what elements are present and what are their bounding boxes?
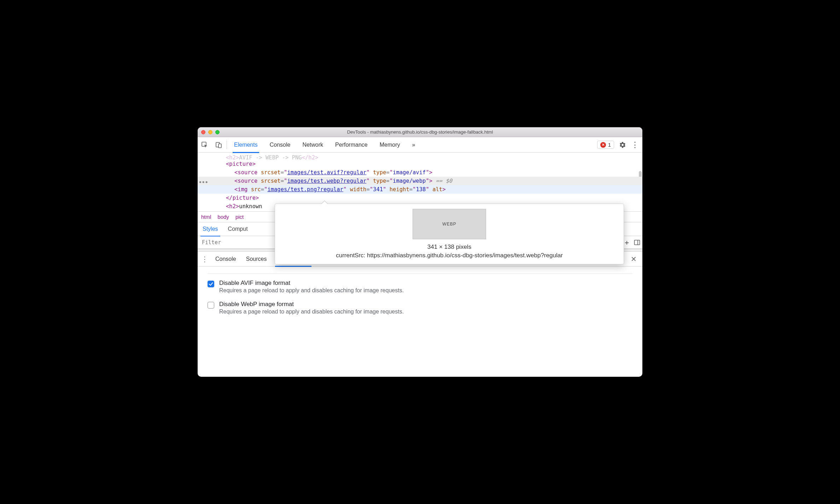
drawer-tab-sources[interactable]: Sources <box>241 252 272 266</box>
svg-rect-3 <box>635 240 640 245</box>
styles-filter-input[interactable] <box>200 238 270 247</box>
dom-row-img[interactable]: <img src="images/test.png?regular" width… <box>198 185 642 194</box>
image-thumb-label: WEBP <box>442 222 456 227</box>
device-toolbar-icon[interactable] <box>212 141 226 148</box>
main-toolbar: Elements Console Network Performance Mem… <box>198 137 642 153</box>
toggle-sidebar-icon[interactable] <box>634 239 640 246</box>
crumb-html[interactable]: html <box>201 214 211 220</box>
tab-overflow[interactable]: » <box>410 137 416 153</box>
image-current-src: currentSrc: https://mathiasbynens.github… <box>282 252 617 259</box>
option-disable-webp-label: Disable WebP image format <box>219 301 404 308</box>
tab-elements[interactable]: Elements <box>233 137 259 153</box>
error-icon: ✕ <box>600 142 606 148</box>
window-title: DevTools - mathiasbynens.github.io/css-d… <box>198 129 642 135</box>
dom-row-source1[interactable]: <source srcset="images/test.avif?regular… <box>198 168 642 177</box>
crumb-body[interactable]: body <box>217 214 229 220</box>
checkbox-disable-avif[interactable] <box>208 281 214 287</box>
option-disable-avif-sub: Requires a page reload to apply and disa… <box>219 287 404 294</box>
image-thumb: WEBP <box>413 209 486 239</box>
image-preview-tooltip: WEBP 341 × 138 pixels currentSrc: https:… <box>275 204 624 264</box>
option-disable-webp: Disable WebP image format Requires a pag… <box>208 297 632 318</box>
option-disable-avif-label: Disable AVIF image format <box>219 280 404 287</box>
tab-memory[interactable]: Memory <box>378 137 402 153</box>
tab-network[interactable]: Network <box>301 137 325 153</box>
drawer-close-icon[interactable]: ✕ <box>626 255 641 263</box>
dom-row-source2[interactable]: ••• <source srcset="images/test.webp?reg… <box>198 177 642 185</box>
panel-tabs: Elements Console Network Performance Mem… <box>233 137 416 153</box>
crumb-picture[interactable]: pict <box>235 214 244 220</box>
checkbox-disable-webp[interactable] <box>208 302 214 309</box>
drawer-tab-console[interactable]: Console <box>210 252 241 266</box>
svg-rect-2 <box>218 144 221 148</box>
error-badge[interactable]: ✕ 1 <box>597 141 614 149</box>
tab-performance[interactable]: Performance <box>334 137 369 153</box>
dom-row-cut: <h2>AVIF -> WEBP -> PNG</h2> <box>198 153 642 160</box>
kebab-menu-icon[interactable]: ⋮ <box>631 140 639 150</box>
drawer: ⋮ Console Sources Rendering ✕ ✕ Disable … <box>198 252 642 377</box>
stab-styles[interactable]: Styles <box>198 222 223 236</box>
window-titlebar: DevTools - mathiasbynens.github.io/css-d… <box>198 127 642 137</box>
option-disable-avif: Disable AVIF image format Requires a pag… <box>208 276 632 297</box>
elements-panel: <h2>AVIF -> WEBP -> PNG</h2> <picture> <… <box>198 153 642 211</box>
image-dimensions: 341 × 138 pixels <box>282 244 617 251</box>
option-disable-webp-sub: Requires a page reload to apply and disa… <box>219 309 404 315</box>
inspect-element-icon[interactable] <box>198 141 212 148</box>
error-count: 1 <box>608 142 611 148</box>
dom-row-picture-open[interactable]: <picture> <box>198 160 642 168</box>
rendering-panel: Disable AVIF image format Requires a pag… <box>198 266 642 377</box>
stab-computed[interactable]: Comput <box>223 222 253 236</box>
dom-row-picture-close[interactable]: </picture> <box>198 194 642 202</box>
devtools-window: DevTools - mathiasbynens.github.io/css-d… <box>198 127 642 377</box>
new-style-rule-button[interactable]: + <box>625 238 629 247</box>
tab-console[interactable]: Console <box>268 137 292 153</box>
drawer-menu-icon[interactable]: ⋮ <box>199 255 210 263</box>
settings-icon[interactable] <box>619 141 626 148</box>
